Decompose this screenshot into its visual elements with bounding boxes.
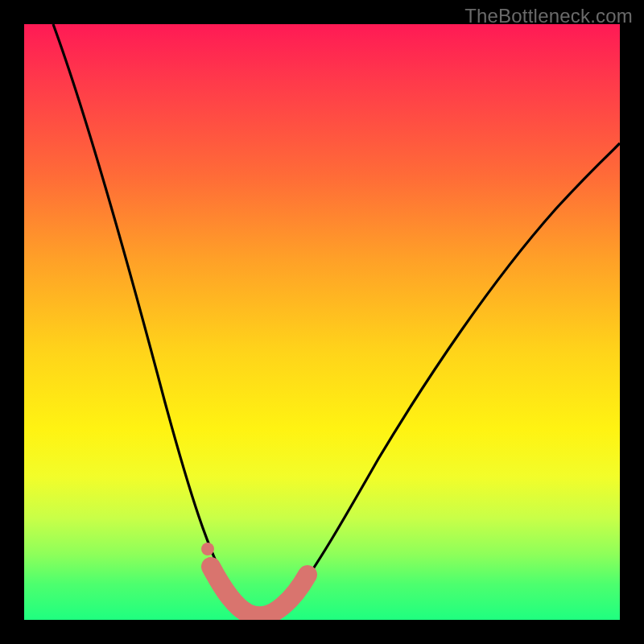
bottom-highlight — [211, 567, 308, 616]
chart-frame: TheBottleneck.com — [0, 0, 644, 644]
plot-area — [24, 24, 620, 620]
bottleneck-curve — [53, 24, 620, 616]
highlight-dot-icon — [201, 543, 214, 555]
watermark-text: TheBottleneck.com — [464, 5, 633, 27]
curve-svg — [24, 24, 620, 620]
